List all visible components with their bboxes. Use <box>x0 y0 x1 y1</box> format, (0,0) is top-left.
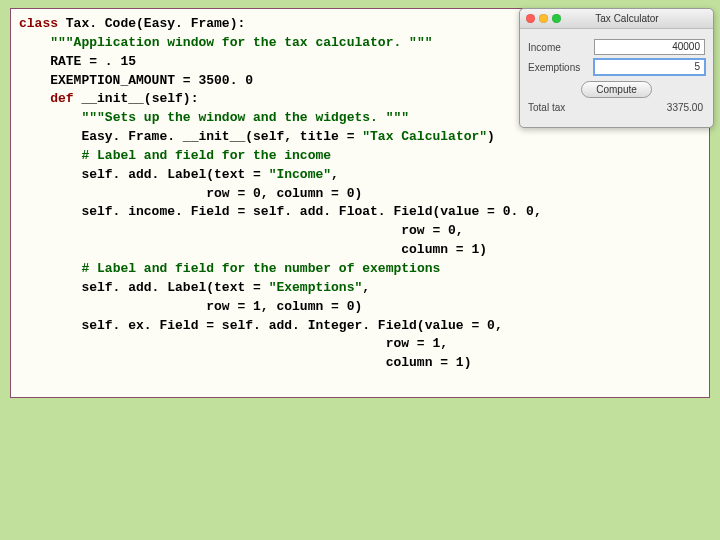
code-text: self. add. Label(text = <box>19 167 269 182</box>
row-income: Income 40000 <box>528 39 705 55</box>
code-text: , <box>331 167 339 182</box>
indent <box>19 110 81 125</box>
income-label: Income <box>528 42 588 53</box>
string-literal: "Income" <box>269 167 331 182</box>
comment: # Label and field for the income <box>81 148 331 163</box>
string-literal: "Exemptions" <box>269 280 363 295</box>
app-window: Tax Calculator Income 40000 Exemptions 5… <box>519 8 714 128</box>
income-field[interactable]: 40000 <box>594 39 705 55</box>
code-text: self. ex. Field = self. add. Integer. Fi… <box>19 317 701 336</box>
code-text: Easy. Frame. __init__(self, title = <box>19 129 362 144</box>
window-body: Income 40000 Exemptions 5 Compute Total … <box>520 29 713 127</box>
code-text: self. add. Label(text = <box>19 280 269 295</box>
comment: # Label and field for the number of exem… <box>81 261 440 276</box>
code-text: row = 0, <box>19 222 701 241</box>
code-text: , <box>362 280 370 295</box>
compute-button[interactable]: Compute <box>581 81 652 98</box>
string-literal: "Tax Calculator" <box>362 129 487 144</box>
button-row: Compute <box>528 81 705 98</box>
exemptions-field[interactable]: 5 <box>594 59 705 75</box>
indent <box>19 148 81 163</box>
row-total: Total tax 3375.00 <box>528 102 705 113</box>
docstring: """Sets up the window and the widgets. "… <box>81 110 409 125</box>
indent <box>19 261 81 276</box>
code-text: row = 0, column = 0) <box>19 185 701 204</box>
code-text: self. income. Field = self. add. Float. … <box>19 203 701 222</box>
docstring: """Application window for the tax calcul… <box>50 35 432 50</box>
code-text: row = 1, column = 0) <box>19 298 701 317</box>
code-text: column = 1) <box>19 354 701 373</box>
total-label: Total tax <box>528 102 588 113</box>
titlebar[interactable]: Tax Calculator <box>520 9 713 29</box>
close-icon[interactable] <box>526 14 535 23</box>
kw-def: def <box>50 91 73 106</box>
window-title: Tax Calculator <box>547 13 707 24</box>
code-text: ) <box>487 129 495 144</box>
indent <box>19 35 50 50</box>
code-text: row = 1, <box>19 335 701 354</box>
row-exemptions: Exemptions 5 <box>528 59 705 75</box>
exemptions-label: Exemptions <box>528 62 588 73</box>
indent <box>19 91 50 106</box>
kw-class: class <box>19 16 58 31</box>
code-text: __init__(self): <box>74 91 199 106</box>
code-text: Tax. Code(Easy. Frame): <box>58 16 245 31</box>
code-text: column = 1) <box>19 241 701 260</box>
total-value: 3375.00 <box>594 102 705 113</box>
